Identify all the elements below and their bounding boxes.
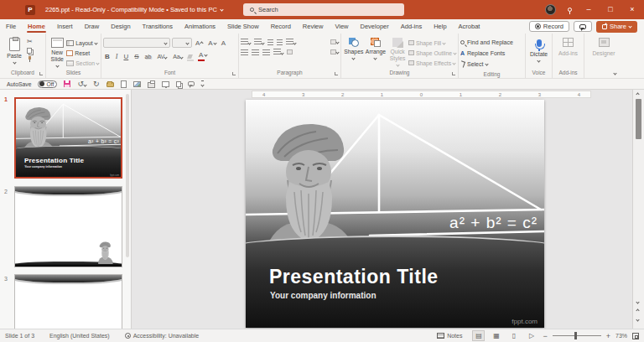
slide-thumbnail-2[interactable] — [14, 186, 122, 267]
paragraph-dialog-launcher-icon[interactable] — [335, 72, 338, 75]
user-avatar[interactable] — [545, 4, 556, 15]
maximize-button[interactable]: □ — [605, 0, 615, 19]
slideshow-view-button[interactable]: ▷ — [525, 330, 538, 341]
tab-animations[interactable]: Animations — [179, 19, 221, 34]
autosave-toggle[interactable]: Off — [38, 80, 57, 88]
save-icon[interactable] — [64, 80, 70, 87]
numbering-button[interactable] — [254, 39, 264, 45]
arrange-button[interactable]: Arrange — [365, 36, 387, 60]
text-shadow-button[interactable]: ab — [143, 52, 153, 61]
zoom-level[interactable]: 73% — [615, 333, 627, 339]
reset-button[interactable]: Reset — [66, 48, 99, 58]
bold-button[interactable]: B — [103, 52, 112, 61]
zoom-out-button[interactable]: − — [543, 332, 547, 340]
tab-insert[interactable]: Insert — [51, 19, 79, 34]
align-center-icon[interactable] — [252, 49, 259, 55]
tab-view[interactable]: View — [329, 19, 354, 34]
underline-button[interactable]: U — [122, 52, 130, 61]
tab-add-ins[interactable]: Add-ins — [395, 19, 428, 34]
increase-font-size-button[interactable]: A — [194, 39, 205, 48]
decrease-font-size-button[interactable]: A — [206, 39, 217, 48]
scroll-down-icon[interactable] — [636, 300, 639, 303]
font-size-combo[interactable] — [172, 38, 192, 48]
accessibility-status[interactable]: Accessibility: Unavailable — [125, 333, 200, 339]
tab-record[interactable]: Record — [265, 19, 297, 34]
redo-icon[interactable]: ↻ — [93, 80, 100, 88]
tab-design[interactable]: Design — [105, 19, 136, 34]
shapes-button[interactable]: Shapes — [343, 36, 365, 60]
horizontal-ruler[interactable]: 4 3 2 1 0 1 2 3 4 — [252, 91, 591, 98]
slide-sorter-view-button[interactable]: ▦ — [490, 330, 502, 341]
format-painter-icon[interactable] — [27, 56, 33, 62]
clear-formatting-button[interactable]: A — [220, 39, 227, 48]
layout-button[interactable]: Layout — [66, 38, 99, 48]
dictate-button[interactable]: Dictate — [527, 36, 550, 62]
replace-fonts-button[interactable]: AReplace Fonts — [460, 48, 523, 59]
new-slide-button[interactable]: New Slide — [48, 36, 66, 67]
quick-styles-button[interactable]: Quick Styles — [387, 36, 408, 66]
addins-button[interactable]: Add-ins — [556, 36, 581, 57]
open-icon[interactable] — [106, 82, 114, 87]
tab-file[interactable]: File — [0, 19, 22, 34]
align-left-icon[interactable] — [241, 49, 248, 55]
slide-thumbnail-3[interactable] — [14, 274, 122, 329]
zoom-slider[interactable] — [553, 335, 601, 336]
copy-qat-icon[interactable] — [176, 81, 181, 87]
comments-button[interactable] — [574, 21, 592, 32]
main-slide[interactable]: a² + b² = c² Presentation Title Your com… — [246, 100, 544, 328]
slide-title-text[interactable]: Presentation Title — [269, 266, 439, 288]
designer-button[interactable]: Designer — [591, 36, 616, 57]
comments-qat-icon[interactable] — [188, 81, 195, 86]
picture-icon[interactable] — [133, 81, 141, 87]
scrollbar-thumb[interactable] — [636, 99, 641, 139]
clipboard-dialog-launcher-icon[interactable] — [39, 72, 43, 75]
zoom-slider-thumb[interactable] — [574, 332, 577, 339]
print-preview-icon[interactable] — [162, 81, 169, 87]
minimize-button[interactable]: – — [584, 0, 594, 19]
normal-view-button[interactable]: ▤ — [472, 330, 485, 341]
tab-draw[interactable]: Draw — [79, 19, 106, 34]
font-color-button[interactable]: A — [196, 50, 209, 61]
convert-smartart-button[interactable] — [330, 49, 339, 55]
pin-icon[interactable] — [568, 8, 572, 12]
tab-slide-show[interactable]: Slide Show — [221, 19, 265, 34]
find-replace-button[interactable]: Find and Replace — [460, 37, 523, 48]
font-dialog-launcher-icon[interactable] — [232, 72, 236, 75]
powerpoint-app-icon[interactable]: P — [25, 5, 35, 15]
paste-button[interactable]: Paste — [2, 36, 27, 64]
text-direction-button[interactable] — [330, 39, 339, 45]
reading-view-button[interactable]: ▯ — [507, 330, 520, 341]
shape-outline-button[interactable]: Shape Outline — [408, 48, 456, 58]
zoom-in-button[interactable]: + — [606, 332, 610, 340]
slide-subtitle-text[interactable]: Your company information — [270, 291, 377, 300]
section-button[interactable]: Section — [66, 58, 99, 68]
bullets-button[interactable] — [241, 39, 251, 45]
justify-button[interactable] — [273, 49, 283, 55]
slide-thumbnail-1[interactable]: a² + b² = c² Presentation Title Your com… — [14, 97, 122, 179]
italic-button[interactable]: I — [114, 52, 120, 61]
record-button[interactable]: Record — [529, 21, 569, 32]
thumbnail-panel-scrollbar[interactable] — [126, 94, 129, 257]
tab-acrobat[interactable]: Acrobat — [453, 19, 486, 34]
shape-fill-button[interactable]: Shape Fill — [408, 38, 456, 48]
decrease-indent-icon[interactable] — [267, 39, 273, 45]
align-right-icon[interactable] — [262, 49, 270, 55]
title-chevron-down-icon[interactable] — [220, 8, 223, 11]
copy-icon[interactable] — [27, 48, 32, 54]
scroll-up-icon[interactable] — [636, 92, 639, 96]
tab-developer[interactable]: Developer — [355, 19, 395, 34]
change-case-button[interactable]: Aa — [171, 52, 184, 61]
increase-indent-icon[interactable] — [277, 39, 283, 45]
fit-to-window-icon[interactable] — [632, 333, 639, 339]
drawing-dialog-launcher-icon[interactable] — [452, 72, 455, 75]
tab-transitions[interactable]: Transitions — [137, 19, 179, 34]
character-spacing-button[interactable]: AV — [155, 52, 169, 61]
print-icon[interactable] — [148, 82, 155, 88]
tab-review[interactable]: Review — [297, 19, 330, 34]
vertical-scrollbar[interactable] — [632, 90, 644, 329]
notes-button[interactable]: Notes — [437, 333, 462, 339]
select-button[interactable]: Select — [460, 59, 523, 70]
next-slide-button[interactable] — [636, 319, 639, 321]
share-button[interactable]: Share — [596, 21, 637, 33]
cut-icon[interactable]: ✂ — [27, 39, 33, 45]
